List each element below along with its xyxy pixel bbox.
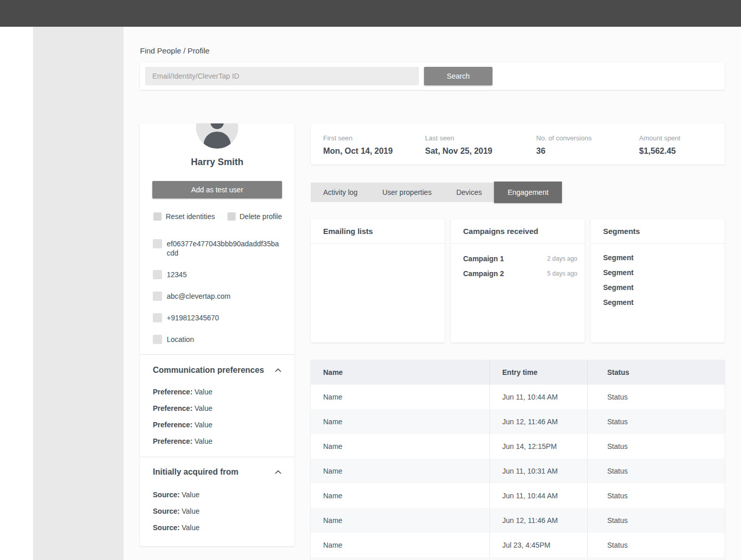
- campaign-time: 5 days ago: [547, 270, 577, 277]
- table-header-row: Name Entry time Status: [311, 360, 725, 385]
- segments-card: Segments Segment Segment Segment Segment: [591, 219, 725, 342]
- table-row: Name Jun 12, 11:46 AM Status: [311, 409, 725, 434]
- reset-identities-action[interactable]: Reset identities: [153, 212, 215, 221]
- column-header-entry-time: Entry time: [490, 360, 588, 385]
- delete-profile-label: Delete profile: [240, 212, 283, 221]
- identity-item: Location: [153, 335, 282, 344]
- source-label: Source:: [153, 491, 180, 499]
- identity-item: 12345: [153, 270, 282, 279]
- segments-list: Segment Segment Segment Segment: [591, 244, 725, 310]
- column-header-status: Status: [588, 360, 725, 385]
- stat-last-seen: Last seen Sat, Nov 25, 2019: [425, 123, 536, 165]
- chevron-up-icon[interactable]: [275, 368, 281, 372]
- cell-status: Status: [588, 508, 725, 533]
- campaigns-received-card: Campaigns received Campaign 1 2 days ago…: [451, 219, 585, 342]
- card-title: Emailing lists: [311, 219, 445, 244]
- cell-status: Status: [588, 385, 725, 409]
- preference-value: Value: [195, 404, 213, 412]
- stat-value: Mon, Oct 14, 2019: [323, 146, 425, 156]
- cell-entry-time: Jun 12, 11:46 AM: [490, 508, 588, 533]
- stat-value: Sat, Nov 25, 2019: [425, 146, 536, 156]
- segment-item[interactable]: Segment: [603, 250, 712, 265]
- initially-acquired-from-section: Initially acquired from Source: Value So…: [140, 457, 294, 536]
- table-row: Name Jun 14, 12:15PM Status: [311, 434, 725, 459]
- identity-item: +919812345670: [153, 313, 282, 322]
- profile-card: Harry Smith Add as test user Reset ident…: [140, 123, 294, 546]
- source-value: Value: [182, 491, 200, 499]
- sources-list: Source: Value Source: Value Source: Valu…: [153, 486, 281, 536]
- cell-entry-time: Jun 14, 12:15PM: [490, 434, 588, 459]
- table-row: Name Jul 23, 4:45PM Status: [311, 533, 725, 557]
- identity-value: abc@clevertap.com: [167, 292, 231, 301]
- tab-engagement[interactable]: Engagement: [494, 182, 561, 203]
- identity-item: abc@clevertap.com: [153, 292, 282, 301]
- person-icon: [196, 123, 238, 149]
- identity-item: ef06377e477043bbb90adaddf35bacdd: [153, 239, 282, 258]
- cell-name: Name: [311, 459, 490, 483]
- sidebar: [33, 27, 123, 560]
- source-item: Source: Value: [153, 486, 281, 503]
- segment-item[interactable]: Segment: [603, 265, 712, 280]
- preferences-list: Preference: Value Preference: Value Pref…: [153, 384, 281, 449]
- table-row: [311, 557, 725, 560]
- identity-value: ef06377e477043bbb90adaddf35bacdd: [167, 239, 282, 258]
- checkbox-icon: [153, 212, 162, 221]
- stat-value: 36: [536, 146, 639, 156]
- search-button[interactable]: Search: [424, 67, 492, 85]
- cell-status: Status: [588, 434, 725, 459]
- avatar: [196, 123, 238, 149]
- tab-activity-log[interactable]: Activity log: [311, 183, 370, 202]
- cell-entry-time: Jun 12, 11:46 AM: [490, 409, 588, 434]
- cell-name: Name: [311, 409, 490, 434]
- segment-item[interactable]: Segment: [603, 280, 712, 295]
- preference-item: Preference: Value: [153, 384, 281, 400]
- tab-user-properties[interactable]: User properties: [370, 183, 444, 202]
- identity-type-icon: [153, 313, 162, 322]
- campaign-row[interactable]: Campaign 2 5 days ago: [463, 266, 577, 281]
- table-row: Name Jun 11, 10:44 AM Status: [311, 483, 725, 508]
- cell-entry-time: Jun 11, 10:44 AM: [490, 483, 588, 508]
- cell-name: Name: [311, 483, 490, 508]
- communication-preferences-section: Communication preferences Preference: Va…: [140, 354, 294, 449]
- section-title: Communication preferences: [153, 366, 264, 375]
- source-value: Value: [182, 507, 200, 515]
- section-title: Initially acquired from: [153, 467, 238, 477]
- identity-type-icon: [153, 292, 162, 301]
- campaign-name: Campaign 2: [463, 269, 504, 278]
- breadcrumb: Find People / Profile: [140, 46, 209, 55]
- engagement-cards-row: Emailing lists Campaigns received Campai…: [311, 219, 725, 342]
- column-header-name: Name: [311, 360, 490, 385]
- add-test-user-button[interactable]: Add as test user: [152, 181, 282, 198]
- cell-status: Status: [588, 483, 725, 508]
- emailing-lists-card: Emailing lists: [311, 219, 445, 342]
- stat-label: No. of conversions: [536, 134, 639, 142]
- campaign-row[interactable]: Campaign 1 2 days ago: [463, 251, 577, 266]
- profile-actions: Reset identities Delete profile: [153, 212, 282, 221]
- tab-devices[interactable]: Devices: [444, 183, 495, 202]
- delete-profile-action[interactable]: Delete profile: [227, 212, 283, 221]
- source-label: Source:: [153, 523, 180, 532]
- cell-entry-time: Jun 11, 10:31 AM: [490, 459, 588, 483]
- cell-entry-time: Jun 11, 10:44 AM: [490, 385, 588, 409]
- stat-label: Amount spent: [639, 134, 680, 142]
- preference-value: Value: [195, 388, 213, 396]
- chevron-up-icon[interactable]: [275, 470, 281, 474]
- cell-entry-time: Jul 23, 4:45PM: [490, 533, 588, 557]
- cell-name: Name: [311, 434, 490, 459]
- card-title: Segments: [591, 219, 725, 244]
- identity-type-icon: [153, 335, 162, 344]
- identity-value: +919812345670: [167, 313, 219, 322]
- table-row: Name Jun 11, 10:31 AM Status: [311, 459, 725, 483]
- main-content: Find People / Profile Search Harry Smith…: [123, 27, 741, 560]
- search-input[interactable]: [145, 67, 419, 85]
- identity-type-icon: [153, 270, 162, 279]
- top-navigation-bar: [0, 0, 741, 27]
- identity-type-icon: [153, 239, 162, 248]
- segment-item[interactable]: Segment: [603, 295, 712, 310]
- table-row: Name Jun 12, 11:46 AM Status: [311, 508, 725, 533]
- engagement-table: Name Entry time Status Name Jun 11, 10:4…: [311, 360, 725, 560]
- preference-label: Preference:: [153, 437, 192, 445]
- source-item: Source: Value: [153, 503, 281, 519]
- preference-value: Value: [195, 421, 213, 429]
- cell-name: Name: [311, 508, 490, 533]
